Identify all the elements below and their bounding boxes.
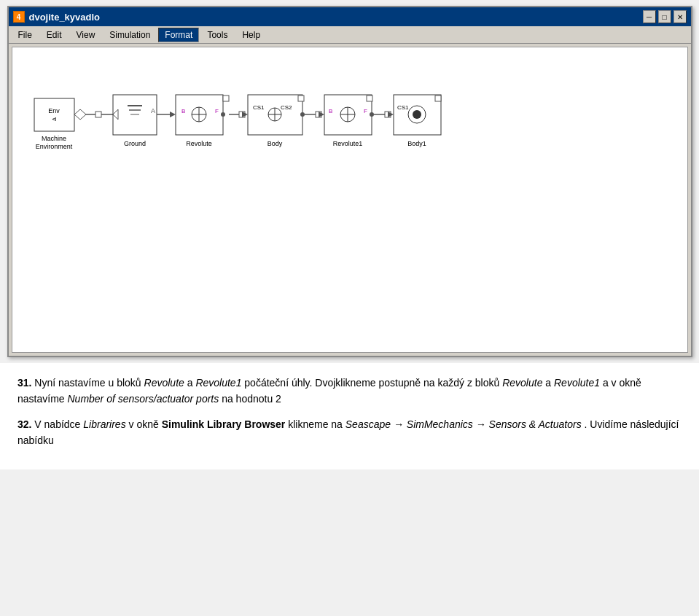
menu-edit[interactable]: Edit xyxy=(40,28,69,42)
paragraph-31-text6: na hodnotu 2 xyxy=(222,393,281,405)
text-content-area: 31. Nyní nastavíme u bloků Revolute a Re… xyxy=(0,363,699,469)
svg-rect-49 xyxy=(367,95,372,101)
svg-marker-3 xyxy=(74,109,86,120)
menu-file[interactable]: File xyxy=(12,28,39,42)
menu-format[interactable]: Format xyxy=(158,28,199,42)
svg-text:Body: Body xyxy=(267,140,282,147)
paragraph-31-text4: a xyxy=(545,377,554,389)
svg-rect-0 xyxy=(34,98,74,131)
title-bar: 4 dvojite_kyvadlo ─ □ ✕ xyxy=(9,7,691,26)
menu-tools[interactable]: Tools xyxy=(200,28,234,42)
paragraph-31-revolute1: Revolute1 xyxy=(195,377,241,389)
svg-rect-36 xyxy=(298,95,304,101)
paragraph-31-text3: počáteční úhly. Dvojklikneme postupně na… xyxy=(244,377,502,389)
svg-text:Body1: Body1 xyxy=(407,140,426,147)
paragraph-32-slb: Simulink Library Browser xyxy=(162,418,286,430)
paragraph-32-number: 32. xyxy=(17,418,31,430)
svg-point-48 xyxy=(370,112,374,117)
svg-text:F: F xyxy=(215,108,219,114)
paragraph-32: 32. V nabídce Librarires v okně Simulink… xyxy=(17,416,682,449)
maximize-button[interactable]: □ xyxy=(658,10,671,23)
paragraph-32-text3: klikneme na xyxy=(288,418,345,430)
svg-point-37 xyxy=(300,112,305,117)
window-title: dvojite_kyvadlo xyxy=(29,12,639,23)
svg-text:CS2: CS2 xyxy=(281,104,292,111)
window-controls: ─ □ ✕ xyxy=(643,10,687,23)
menu-help[interactable]: Help xyxy=(235,28,267,42)
block-diagram: Env ⊲ Machine Environment A Ground xyxy=(20,55,668,200)
svg-text:F: F xyxy=(364,108,367,114)
svg-text:Revolute: Revolute xyxy=(186,140,212,147)
svg-marker-17 xyxy=(170,112,176,117)
paragraph-31-text2: a xyxy=(187,377,196,389)
svg-rect-58 xyxy=(435,95,441,101)
paragraph-31: 31. Nyní nastavíme u bloků Revolute a Re… xyxy=(17,375,682,408)
svg-point-24 xyxy=(221,112,225,117)
paragraph-31-revolute2: Revolute xyxy=(502,377,542,389)
paragraph-31-italic5: Number of sensors/actuator ports xyxy=(67,393,219,405)
app-icon: 4 xyxy=(13,11,25,23)
paragraph-31-revolute: Revolute xyxy=(144,377,184,389)
svg-text:Environment: Environment xyxy=(35,143,72,150)
main-window: 4 dvojite_kyvadlo ─ □ ✕ File Edit View S… xyxy=(7,6,692,357)
menu-bar: File Edit View Simulation Format Tools H… xyxy=(9,26,691,44)
paragraph-31-text1: Nyní nastavíme u bloků xyxy=(34,377,144,389)
svg-rect-25 xyxy=(223,95,229,101)
paragraph-32-seascape: Seascape → SimMechanics → Sensors & Actu… xyxy=(345,418,582,430)
paragraph-31-number: 31. xyxy=(17,377,31,389)
svg-point-57 xyxy=(413,110,421,119)
close-button[interactable]: ✕ xyxy=(673,10,687,23)
svg-text:⊲: ⊲ xyxy=(51,116,56,122)
svg-text:B: B xyxy=(329,108,332,114)
svg-text:A: A xyxy=(150,107,155,114)
svg-text:Machine: Machine xyxy=(41,135,66,142)
paragraph-32-text2: v okně xyxy=(129,418,162,430)
svg-text:Env: Env xyxy=(48,107,60,114)
svg-text:CS1: CS1 xyxy=(397,104,409,111)
svg-text:B: B xyxy=(181,108,185,114)
simulink-canvas[interactable]: Env ⊲ Machine Environment A Ground xyxy=(12,47,688,353)
paragraph-32-librarires: Librarires xyxy=(83,418,125,430)
svg-text:CS1: CS1 xyxy=(253,104,265,111)
menu-simulation[interactable]: Simulation xyxy=(103,28,157,42)
svg-text:Ground: Ground xyxy=(123,140,145,147)
paragraph-32-text1: V nabídce xyxy=(34,418,83,430)
minimize-button[interactable]: ─ xyxy=(643,10,656,23)
paragraph-31-revolute1b: Revolute1 xyxy=(554,377,600,389)
svg-rect-7 xyxy=(95,112,101,117)
menu-view[interactable]: View xyxy=(70,28,102,42)
svg-text:Revolute1: Revolute1 xyxy=(332,140,362,147)
